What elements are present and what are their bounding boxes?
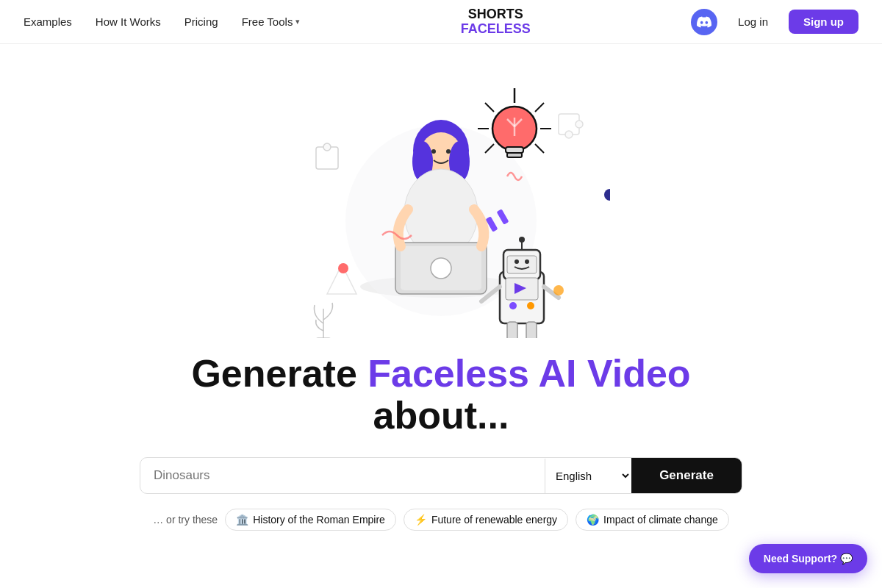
signup-button[interactable]: Sign up — [789, 10, 858, 34]
svg-rect-4 — [507, 153, 522, 157]
svg-rect-3 — [506, 147, 523, 153]
svg-point-29 — [519, 237, 525, 243]
nav-links: Examples How It Works Pricing Free Tools… — [24, 15, 300, 28]
language-select[interactable]: EnglishSpanishFrenchGermanItalianPortugu… — [545, 459, 631, 493]
discord-svg — [697, 15, 711, 29]
svg-line-9 — [535, 103, 544, 112]
svg-rect-36 — [507, 322, 517, 338]
headline-part2: about... — [373, 394, 509, 437]
suggestion-climate-change[interactable]: 🌍 Impact of climate change — [576, 509, 729, 531]
svg-point-55 — [565, 131, 573, 138]
suggest-label: … or try these — [153, 514, 218, 526]
hero-headline: Generate Faceless AI Video about... — [147, 353, 735, 437]
nav-free-tools[interactable]: Free Tools ▾ — [242, 15, 301, 28]
headline-part1: Generate — [191, 352, 368, 395]
svg-point-20 — [446, 149, 451, 154]
topic-input-row: EnglishSpanishFrenchGermanItalianPortugu… — [140, 457, 742, 494]
hero-svg — [272, 74, 610, 338]
nav-pricing[interactable]: Pricing — [184, 15, 218, 28]
nav-how-it-works[interactable]: How It Works — [96, 15, 161, 28]
suggestion-renewable-energy[interactable]: ⚡ Future of renewable energy — [404, 509, 568, 531]
svg-point-53 — [553, 285, 564, 295]
svg-line-6 — [485, 103, 494, 112]
suggestion-roman-empire[interactable]: 🏛️ History of the Roman Empire — [225, 509, 396, 531]
nav-examples[interactable]: Examples — [24, 15, 72, 28]
topic-input[interactable] — [140, 458, 545, 493]
chevron-down-icon: ▾ — [295, 17, 300, 26]
navbar: Examples How It Works Pricing Free Tools… — [0, 0, 882, 44]
svg-point-25 — [431, 258, 451, 279]
svg-rect-30 — [507, 256, 537, 273]
headline-purple: Faceless AI Video — [368, 352, 690, 395]
svg-line-11 — [535, 144, 544, 153]
discord-icon[interactable] — [691, 9, 717, 35]
svg-point-56 — [576, 121, 583, 128]
hero-section: Generate Faceless AI Video about... Engl… — [0, 44, 882, 560]
svg-point-51 — [604, 189, 610, 201]
svg-point-32 — [525, 259, 529, 264]
svg-point-43 — [527, 302, 534, 309]
generate-button[interactable]: Generate — [631, 458, 742, 493]
svg-point-31 — [514, 259, 519, 264]
svg-point-45 — [323, 143, 331, 151]
login-button[interactable]: Log in — [729, 11, 777, 32]
suggestions-row: … or try these 🏛️ History of the Roman E… — [153, 509, 729, 531]
svg-point-19 — [431, 149, 436, 154]
site-logo[interactable]: SHORTS FACELESS — [461, 7, 531, 37]
svg-rect-37 — [526, 322, 537, 338]
svg-point-52 — [338, 263, 348, 273]
svg-point-42 — [509, 302, 517, 309]
hero-illustration — [184, 44, 698, 353]
support-bubble[interactable]: Need Support? 💬 — [749, 544, 867, 573]
nav-actions: Log in Sign up — [691, 9, 858, 35]
